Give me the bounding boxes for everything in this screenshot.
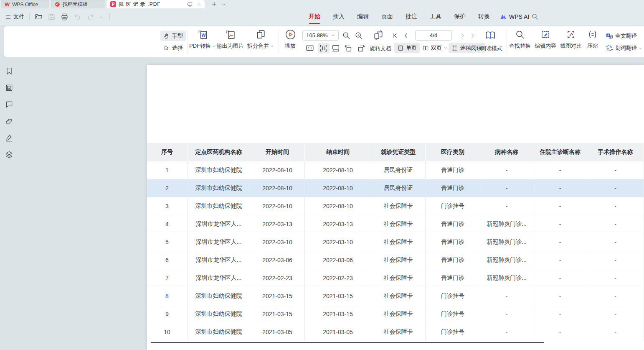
compress-button[interactable]: 压缩 xyxy=(582,29,603,50)
pdf-page[interactable]: 序号定点医药机构名称开始时间结束时间就诊凭证类型医疗类别病种名称住院主诊断名称手… xyxy=(147,65,644,350)
single-page-button[interactable]: 单页 xyxy=(394,43,420,53)
select-tool-button[interactable]: 选择 xyxy=(160,43,186,53)
open-file-icon[interactable] xyxy=(35,13,43,21)
fit-page-button[interactable] xyxy=(318,43,330,54)
divider xyxy=(109,13,110,20)
search-icon[interactable] xyxy=(531,13,538,20)
table-cell: 普通门诊 xyxy=(426,233,480,251)
menu-tab-item[interactable]: 工具 xyxy=(429,12,442,21)
rotate-left-icon[interactable] xyxy=(344,43,353,53)
redo-icon[interactable] xyxy=(86,13,94,21)
table-cell: 2021-03-05 xyxy=(305,323,371,341)
last-page-icon[interactable] xyxy=(469,32,477,39)
play-button[interactable]: 播放 xyxy=(281,29,300,50)
read-mode-label[interactable]: 阅读模式 xyxy=(481,45,502,52)
file-menu-button[interactable]: 文件 xyxy=(5,13,24,20)
menu-tab-active[interactable]: 开始 xyxy=(308,12,321,21)
table-row[interactable]: 10深圳市妇幼保健院2021-03-052021-03-05社会保障卡门诊挂号-… xyxy=(147,323,644,341)
split-merge-icon xyxy=(255,29,266,40)
rotate-right-icon[interactable] xyxy=(357,43,366,53)
print-icon[interactable] xyxy=(61,13,68,21)
read-mode-icon[interactable] xyxy=(485,30,496,41)
hand-tool-button[interactable]: 手型 xyxy=(160,31,186,41)
table-cell: - xyxy=(587,161,644,179)
monitor-icon[interactable] xyxy=(187,2,193,7)
menu-tab-item[interactable]: 转换 xyxy=(477,12,491,21)
table-row[interactable]: 3深圳市妇幼保健院2022-08-102022-08-10社会保障卡门诊挂号--… xyxy=(147,197,644,215)
table-row[interactable]: 8深圳市妇幼保健院2021-03-152021-03-15社会保障卡门诊挂号--… xyxy=(147,287,644,305)
table-row[interactable]: 2深圳市妇幼保健院2022-08-102022-08-10居民身份证普通门诊--… xyxy=(147,179,644,197)
table-row[interactable]: 4深圳市龙华区人...2022-03-132022-03-13社会保障卡普通门诊… xyxy=(147,215,644,233)
prev-page-icon[interactable] xyxy=(402,32,410,39)
table-row[interactable]: 9深圳市妇幼保健院2021-03-152021-03-15社会保障卡门诊挂号--… xyxy=(147,305,644,323)
table-cell: - xyxy=(587,269,644,287)
menu-tab-item[interactable]: 编辑 xyxy=(356,12,370,21)
table-cell: 社会保障卡 xyxy=(371,197,426,215)
split-merge-button[interactable]: 拆分合并 xyxy=(244,29,277,50)
comment-icon[interactable] xyxy=(5,100,13,109)
first-page-icon[interactable] xyxy=(391,32,399,39)
rotate-pages-icon[interactable] xyxy=(373,30,384,41)
wps-ai-button[interactable]: WPS AI xyxy=(499,8,529,25)
table-row[interactable]: 5深圳市龙华区人...2022-03-102022-03-10社会保障卡普通门诊… xyxy=(147,233,644,251)
zoom-level-input[interactable]: 105.88% xyxy=(302,30,339,41)
table-cell: 社会保障卡 xyxy=(371,269,426,287)
tab-docer-templates[interactable]: 找稻壳模板 xyxy=(51,0,105,8)
menu-tab-item[interactable]: 保护 xyxy=(453,12,467,21)
continuous-read-button[interactable]: 连续阅读 xyxy=(449,43,485,53)
fit-width-icon[interactable] xyxy=(331,43,340,53)
fulltext-translate-button[interactable]: A 全文翻译 xyxy=(605,32,637,40)
table-cell: 普通门诊 xyxy=(426,179,480,197)
table-cell: - xyxy=(480,323,533,341)
left-sidebar xyxy=(5,67,13,159)
table-row[interactable]: 6深圳市龙华区人...2022-03-062022-03-06社会保障卡普通门诊… xyxy=(147,251,644,269)
bookmark-icon[interactable] xyxy=(5,67,13,75)
menu-tab-item[interactable]: 批注 xyxy=(405,12,418,21)
actual-size-icon[interactable]: 1:1 xyxy=(305,43,314,53)
export-image-button[interactable]: 输出为图片 xyxy=(213,29,248,50)
tab-list-chevron-icon[interactable] xyxy=(221,2,226,7)
word-translate-button[interactable]: 文 A 划词翻译 xyxy=(605,44,642,52)
signature-icon[interactable] xyxy=(5,134,13,142)
zoom-out-icon[interactable] xyxy=(342,31,351,40)
table-header-cell: 手术操作名称 xyxy=(587,143,644,161)
screenshot-compare-button[interactable]: 截图对比 xyxy=(557,29,585,50)
export-image-icon xyxy=(225,29,236,40)
layers-icon[interactable] xyxy=(5,151,13,159)
thumbnail-icon[interactable] xyxy=(5,84,13,92)
table-cell: - xyxy=(480,161,533,179)
table-cell: 2022-08-10 xyxy=(250,161,305,179)
page-number-input[interactable]: 4/4 xyxy=(415,30,452,41)
double-page-button[interactable]: 双页 xyxy=(419,43,451,53)
table-row[interactable]: 1深圳市妇幼保健院2022-08-102022-08-10居民身份证普通门诊--… xyxy=(147,161,644,179)
quickbar-chevron-icon[interactable] xyxy=(99,14,104,19)
find-replace-button[interactable]: 查找替换 xyxy=(506,29,534,50)
new-tab-icon[interactable] xyxy=(211,1,217,7)
menu-tab-item[interactable]: 页面 xyxy=(380,12,394,21)
table-cell: 2022-03-10 xyxy=(250,233,305,251)
find-replace-icon xyxy=(515,29,525,40)
close-tab-icon[interactable] xyxy=(197,2,201,7)
table-cell: 社会保障卡 xyxy=(371,233,426,251)
table-cell: 社会保障卡 xyxy=(371,305,426,323)
play-icon xyxy=(285,29,296,40)
edit-content-button[interactable]: 编辑内容 xyxy=(532,29,559,50)
rotate-document-label[interactable]: 旋转文档 xyxy=(370,45,391,52)
tab-wps-office[interactable]: W WPS Office xyxy=(1,0,49,8)
table-cell: 10 xyxy=(147,323,188,341)
tab-document[interactable]: P 就 医 记 录 .PDF xyxy=(107,0,205,8)
table-cell: 新冠肺炎门诊... xyxy=(480,233,533,251)
table-row[interactable]: 7深圳市龙华区人...2022-02-232022-02-23社会保障卡普通门诊… xyxy=(147,269,644,287)
table-cell: - xyxy=(587,287,644,305)
table-cell: - xyxy=(533,269,587,287)
document-title: 就 医 记 录 .PDF xyxy=(119,1,161,8)
table-cell: 2021-03-05 xyxy=(250,323,305,341)
save-icon[interactable] xyxy=(48,13,56,21)
menu-tab-item[interactable]: 插入 xyxy=(332,12,345,21)
table-cell: 2021-03-15 xyxy=(250,287,305,305)
table-cell: 5 xyxy=(147,233,188,251)
attachment-icon[interactable] xyxy=(5,117,13,125)
next-page-icon[interactable] xyxy=(459,32,467,39)
undo-icon[interactable] xyxy=(74,13,81,21)
zoom-in-icon[interactable] xyxy=(354,31,363,40)
